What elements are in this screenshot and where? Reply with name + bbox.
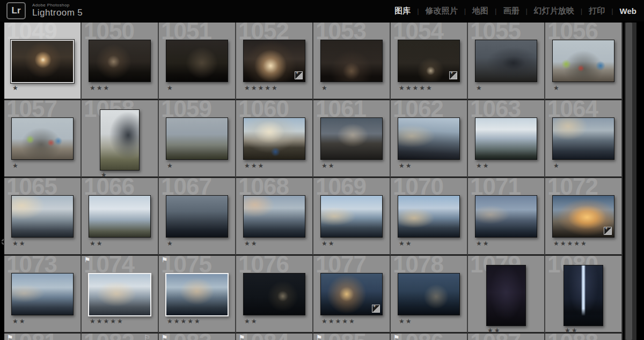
- photo-cell[interactable]: 1051 ★: [159, 23, 236, 100]
- photo-thumbnail[interactable]: [166, 117, 228, 160]
- star-rating[interactable]: ★★: [565, 327, 579, 334]
- star-rating[interactable]: ★★: [487, 327, 501, 334]
- photo-cell[interactable]: 1054 ★★★★★: [391, 23, 468, 100]
- photo-cell[interactable]: 1065 ★★: [4, 178, 82, 256]
- photo-cell[interactable]: 1074 ⚑ ★★★★★: [82, 256, 159, 334]
- module-tab-book[interactable]: 画册: [503, 6, 519, 16]
- photo-thumbnail[interactable]: [11, 117, 74, 160]
- photo-thumbnail[interactable]: [475, 40, 537, 82]
- photo-thumbnail[interactable]: [398, 117, 460, 160]
- star-rating[interactable]: ★★: [90, 240, 104, 247]
- photo-cell[interactable]: 1075 ⚑ ★★★★★: [159, 256, 236, 334]
- photo-cell[interactable]: 1060 ★★★: [236, 100, 313, 178]
- star-rating[interactable]: ★★★★★: [553, 240, 588, 247]
- photo-cell[interactable]: 1049 ★: [4, 23, 82, 100]
- star-rating[interactable]: ★: [476, 85, 483, 91]
- photo-cell[interactable]: 1056 ★: [545, 23, 623, 100]
- module-tab-library[interactable]: 图库: [394, 6, 411, 16]
- star-rating[interactable]: ★★: [12, 318, 26, 324]
- star-rating[interactable]: ★: [12, 85, 19, 91]
- pick-flag-icon[interactable]: ⚑: [162, 334, 168, 340]
- scrollbar-thumb[interactable]: [626, 23, 632, 340]
- photo-cell[interactable]: 1073 ★★: [4, 256, 82, 334]
- pick-flag-icon[interactable]: ⚑: [162, 256, 168, 263]
- star-rating[interactable]: ★★: [244, 318, 258, 324]
- photo-thumbnail[interactable]: [11, 273, 74, 315]
- photo-thumbnail[interactable]: [166, 195, 228, 238]
- module-tab-web[interactable]: Web: [620, 6, 636, 16]
- star-rating[interactable]: ★★★★★: [321, 318, 356, 324]
- photo-cell[interactable]: 1083 ⚑: [159, 334, 236, 340]
- photo-thumbnail[interactable]: [11, 40, 74, 83]
- photo-thumbnail[interactable]: [320, 40, 383, 82]
- module-tab-map[interactable]: 地图: [472, 6, 488, 16]
- pick-flag-icon[interactable]: ⚑: [84, 256, 91, 263]
- star-rating[interactable]: ★: [553, 85, 560, 91]
- photo-cell[interactable]: 1070 ★★: [391, 178, 468, 256]
- photo-thumbnail[interactable]: [100, 109, 140, 171]
- photo-cell[interactable]: 1057 ★: [4, 100, 82, 178]
- photo-cell[interactable]: 1064 ★: [545, 100, 623, 178]
- photo-thumbnail[interactable]: [475, 195, 537, 238]
- star-rating[interactable]: ★★: [321, 162, 335, 169]
- pick-flag-icon[interactable]: ⚑: [316, 334, 323, 340]
- photo-cell[interactable]: 1080 ★★: [545, 256, 623, 334]
- star-rating[interactable]: ★: [12, 162, 19, 169]
- photo-thumbnail[interactable]: [88, 273, 151, 316]
- adjustment-badge-icon[interactable]: [449, 71, 457, 79]
- photo-thumbnail[interactable]: [89, 40, 151, 82]
- photo-thumbnail[interactable]: [165, 273, 229, 316]
- star-rating[interactable]: ★★★★★: [399, 85, 433, 91]
- photo-thumbnail[interactable]: [398, 40, 460, 82]
- star-rating[interactable]: ★★: [399, 240, 413, 247]
- star-rating[interactable]: ★★: [244, 240, 258, 247]
- star-rating[interactable]: ★: [167, 162, 174, 169]
- photo-cell[interactable]: 1069 ★★: [313, 178, 391, 256]
- star-rating[interactable]: ★★: [399, 162, 413, 169]
- photo-cell[interactable]: 1053 ★: [313, 23, 391, 100]
- photo-thumbnail[interactable]: [398, 195, 460, 238]
- photo-thumbnail[interactable]: [320, 195, 383, 238]
- photo-thumbnail[interactable]: [475, 117, 537, 160]
- photo-thumbnail[interactable]: [243, 195, 305, 238]
- left-panel-reveal-arrow-icon[interactable]: [1, 238, 4, 246]
- module-tab-slideshow[interactable]: 幻灯片放映: [534, 6, 574, 16]
- star-rating[interactable]: ★★★: [90, 85, 110, 91]
- photo-cell[interactable]: 1062 ★★: [391, 100, 468, 178]
- photo-cell[interactable]: 1058 ★: [82, 100, 159, 178]
- star-rating[interactable]: ★: [553, 162, 560, 169]
- photo-thumbnail[interactable]: [552, 40, 614, 82]
- module-tab-print[interactable]: 打印: [589, 6, 605, 16]
- photo-cell[interactable]: 1072 ★★★★★: [545, 178, 623, 256]
- star-rating[interactable]: ★★★★★: [244, 85, 279, 91]
- photo-cell[interactable]: 1087: [468, 334, 545, 340]
- photo-cell[interactable]: 1066 ★★: [82, 178, 159, 256]
- photo-cell[interactable]: 1067 ★: [159, 178, 236, 256]
- star-rating[interactable]: ★★: [476, 162, 490, 169]
- star-rating[interactable]: ★★★★★: [167, 318, 201, 324]
- photo-cell[interactable]: 1081 ⚑: [4, 334, 82, 340]
- star-rating[interactable]: ★★★: [244, 162, 265, 169]
- star-rating[interactable]: ★★: [476, 240, 490, 247]
- photo-thumbnail[interactable]: [89, 195, 151, 238]
- photo-thumbnail[interactable]: [320, 273, 383, 315]
- photo-cell[interactable]: 1076 ★★: [236, 256, 313, 334]
- photo-cell[interactable]: 1063 ★★: [468, 100, 545, 178]
- photo-cell[interactable]: 1079 ★★: [468, 256, 545, 334]
- photo-cell[interactable]: 1061 ★★: [313, 100, 391, 178]
- photo-cell[interactable]: 1071 ★★: [468, 178, 545, 256]
- photo-cell[interactable]: 1088: [545, 334, 623, 340]
- photo-thumbnail[interactable]: [243, 40, 305, 82]
- photo-cell[interactable]: 1084 ⚑: [236, 334, 313, 340]
- star-rating[interactable]: ★★: [12, 240, 26, 247]
- star-rating[interactable]: ★★★★★: [90, 318, 124, 324]
- photo-thumbnail[interactable]: [166, 40, 228, 82]
- pick-flag-icon[interactable]: ⚐: [144, 334, 150, 340]
- photo-cell[interactable]: 1078 ★★: [391, 256, 468, 334]
- adjustment-badge-icon[interactable]: [295, 71, 303, 79]
- photo-cell[interactable]: 1082 ⚐: [82, 334, 159, 340]
- star-rating[interactable]: ★★: [321, 240, 335, 247]
- photo-thumbnail[interactable]: [243, 273, 305, 315]
- adjustment-badge-icon[interactable]: [604, 227, 612, 235]
- photo-cell[interactable]: 1055 ★: [468, 23, 545, 100]
